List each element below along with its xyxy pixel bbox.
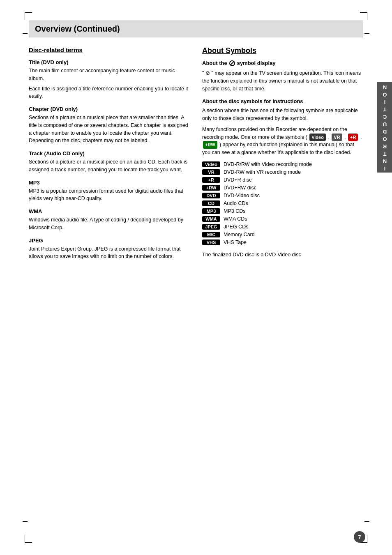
- badge-video-inline: Video: [309, 134, 326, 141]
- list-item: CD Audio CDs: [202, 200, 363, 206]
- list-item: VHS VHS Tape: [202, 240, 363, 245]
- dash-right-top: [364, 33, 369, 34]
- badge-wma: WMA: [202, 216, 220, 222]
- symbol-display-prefix: About the: [202, 60, 227, 66]
- list-item: M/C Memory Card: [202, 232, 363, 237]
- badge-vhs: VHS: [202, 240, 220, 245]
- dash-left-bottom: [23, 521, 28, 522]
- symbol-display-heading: About the symbol display: [202, 60, 363, 66]
- corner-mark-bl: [25, 535, 32, 543]
- disc-symbols-intro: A section whose title has one of the fol…: [202, 107, 363, 122]
- disc-desc-plusrw: DVD+RW disc: [224, 185, 256, 191]
- right-column: About Symbols About the symbol display "…: [202, 46, 363, 263]
- badge-plusrw-inline: +RW: [203, 141, 217, 149]
- disc-list: Video DVD-R/RW with Video recording mode…: [202, 161, 363, 245]
- jpeg-para1: Joint Pictures Expert Group. JPEG is a c…: [29, 245, 190, 261]
- disc-desc-mp3: MP3 CDs: [224, 208, 245, 214]
- finalized-text: The finalized DVD disc is a DVD-Video di…: [202, 251, 363, 259]
- track-cd-para1: Sections of a picture or a musical piece…: [29, 158, 190, 174]
- corner-mark-tr: [360, 12, 367, 20]
- disc-desc-jpeg: JPEG CDs: [224, 224, 248, 230]
- main-content: Overview (Continued) Disc-related terms …: [29, 12, 363, 263]
- two-column-layout: Disc-related terms Title (DVD only) The …: [29, 46, 363, 263]
- title-dvd-para1: The main film content or accompanying fe…: [29, 67, 190, 83]
- dash-right-bottom: [364, 521, 369, 522]
- wma-subheading: WMA: [29, 208, 190, 214]
- disc-desc-wma: WMA CDs: [224, 216, 247, 222]
- about-symbols-heading: About Symbols: [202, 46, 363, 55]
- list-item: DVD DVD-Video disc: [202, 193, 363, 198]
- disc-desc-vr: DVD-RW with VR recording mode: [224, 169, 301, 175]
- badge-plusrw: +RW: [202, 185, 220, 191]
- badge-vr: VR: [202, 169, 220, 175]
- chapter-dvd-subheading: Chapter (DVD only): [29, 106, 190, 112]
- list-item: Video DVD-R/RW with Video recording mode: [202, 161, 363, 167]
- mp3-subheading: MP3: [29, 180, 190, 186]
- chapter-dvd-para1: Sections of a picture or a musical piece…: [29, 114, 190, 145]
- disc-desc-vhs: VHS Tape: [224, 240, 247, 245]
- disc-desc-video: DVD-R/RW with Video recording mode: [224, 161, 312, 167]
- mp3-para1: MP3 is a popular compression format used…: [29, 187, 190, 203]
- symbol-display-suffix: symbol display: [237, 60, 276, 66]
- disc-related-terms-heading: Disc-related terms: [29, 46, 190, 53]
- left-column: Disc-related terms Title (DVD only) The …: [29, 46, 190, 263]
- disc-desc-cd: Audio CDs: [224, 200, 248, 206]
- corner-mark-tl: [25, 12, 32, 20]
- list-item: JPEG JPEG CDs: [202, 224, 363, 230]
- page-title: Overview (Continued): [35, 24, 357, 34]
- list-item: +R DVD+R disc: [202, 177, 363, 183]
- list-item: +RW DVD+RW disc: [202, 185, 363, 191]
- page-title-bar: Overview (Continued): [29, 21, 363, 37]
- disc-desc-mc: Memory Card: [224, 232, 255, 237]
- badge-vr-inline: VR: [332, 134, 342, 141]
- wma-para1: Windows media audio file. A type of codi…: [29, 216, 190, 232]
- badge-dvd: DVD: [202, 193, 220, 198]
- list-item: WMA WMA CDs: [202, 216, 363, 222]
- disc-symbols-body: Many functions provided on this Recorder…: [202, 126, 363, 157]
- disc-desc-plusr: DVD+R disc: [224, 177, 251, 183]
- page-number: 7: [354, 531, 365, 543]
- badge-video: Video: [202, 161, 220, 167]
- badge-plusr: +R: [202, 177, 220, 183]
- badge-cd: CD: [202, 200, 220, 206]
- symbol-display-para1: " ⊘ " may appear on the TV screen during…: [202, 69, 363, 92]
- title-dvd-para2: Each title is assigned a title reference…: [29, 85, 190, 101]
- introduction-label: INTRODUCTION: [382, 83, 388, 172]
- list-item: MP3 MP3 CDs: [202, 208, 363, 214]
- dash-left-top: [23, 33, 28, 34]
- jpeg-subheading: JPEG: [29, 237, 190, 244]
- disc-desc-dvd: DVD-Video disc: [224, 193, 260, 198]
- title-dvd-subheading: Title (DVD only): [29, 59, 190, 65]
- track-cd-subheading: Track (Audio CD only): [29, 150, 190, 157]
- disc-symbols-heading: About the disc symbols for instructions: [202, 98, 363, 104]
- introduction-sidebar: INTRODUCTION: [377, 82, 392, 173]
- list-item: VR DVD-RW with VR recording mode: [202, 169, 363, 175]
- badge-jpeg: JPEG: [202, 224, 220, 230]
- badge-mp3: MP3: [202, 208, 220, 214]
- no-entry-icon: [229, 60, 235, 66]
- badge-plusr-inline: +R: [348, 134, 358, 141]
- badge-mc: M/C: [202, 232, 220, 237]
- page-wrapper: INTRODUCTION 7 Overview (Continued) Disc…: [0, 0, 392, 555]
